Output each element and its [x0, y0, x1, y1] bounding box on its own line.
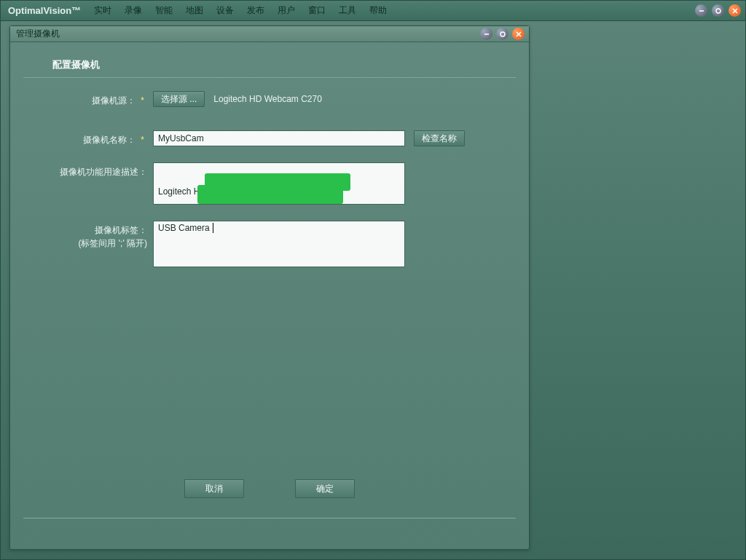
- required-marker: *: [141, 135, 144, 145]
- section-title: 配置摄像机: [23, 48, 516, 78]
- dialog-window-controls: [480, 28, 525, 40]
- menu-user[interactable]: 用户: [278, 4, 295, 17]
- close-icon[interactable]: [729, 4, 741, 17]
- menu-ai[interactable]: 智能: [155, 4, 173, 17]
- dialog-footer: 取消 确定: [10, 479, 529, 498]
- app-window-controls: [695, 4, 741, 17]
- menu-map[interactable]: 地图: [186, 4, 203, 17]
- svg-point-1: [716, 9, 721, 13]
- dialog-close-icon[interactable]: [512, 28, 525, 40]
- redaction-block: [274, 195, 318, 205]
- required-marker: *: [141, 95, 144, 106]
- menu-record[interactable]: 录像: [125, 4, 142, 17]
- menu-device[interactable]: 设备: [216, 4, 234, 17]
- menu-window[interactable]: 窗口: [308, 4, 326, 17]
- svg-point-5: [500, 32, 505, 36]
- source-name: Logitech HD Webcam C270: [213, 94, 322, 104]
- camera-name-input[interactable]: [153, 130, 405, 146]
- main-menu: 实时 录像 智能 地图 设备 发布 用户 窗口 工具 帮助: [94, 4, 695, 17]
- cancel-button[interactable]: 取消: [184, 479, 244, 498]
- label-source: 摄像机源： *: [29, 91, 153, 107]
- menu-help[interactable]: 帮助: [369, 4, 387, 17]
- app-titlebar: OptimalVision™ 实时 录像 智能 地图 设备 发布 用户 窗口 工…: [1, 1, 745, 21]
- check-name-button[interactable]: 检查名称: [414, 130, 465, 146]
- label-tags: 摄像机标签： (标签间用 ';' 隔开): [29, 221, 153, 250]
- menu-realtime[interactable]: 实时: [94, 4, 111, 17]
- camera-desc-textarea[interactable]: Logitech HD Webcam C270 @device:pnp:\\? …: [153, 162, 405, 205]
- tags-value: USB Camera: [158, 223, 210, 233]
- dialog-titlebar: 管理摄像机: [10, 26, 529, 42]
- dialog-minimize-icon[interactable]: [480, 28, 492, 40]
- row-tags: 摄像机标签： (标签间用 ';' 隔开) USB Camera: [10, 221, 529, 267]
- camera-tags-textarea[interactable]: USB Camera: [153, 221, 405, 267]
- redaction-block: [197, 185, 343, 204]
- menu-publish[interactable]: 发布: [247, 4, 264, 17]
- label-tags-hint: (标签间用 ';' 隔开): [29, 237, 147, 250]
- label-desc: 摄像机功能用途描述：: [29, 162, 153, 178]
- select-source-button[interactable]: 选择源 ...: [153, 91, 205, 107]
- minimize-icon[interactable]: [695, 4, 707, 17]
- ok-button[interactable]: 确定: [295, 479, 355, 498]
- footer-divider: [23, 518, 516, 518]
- maximize-icon[interactable]: [712, 4, 724, 17]
- app-title: OptimalVision™: [8, 5, 81, 16]
- label-name: 摄像机名称： *: [29, 130, 153, 146]
- menu-tools[interactable]: 工具: [339, 4, 356, 17]
- row-source: 摄像机源： * 选择源 ... Logitech HD Webcam C270: [10, 91, 529, 107]
- row-desc: 摄像机功能用途描述： Logitech HD Webcam C270 @devi…: [10, 162, 529, 205]
- manage-camera-dialog: 管理摄像机 配置摄像机 摄像机源： * 选择源 ... Logitech HD …: [9, 25, 530, 550]
- row-name: 摄像机名称： * 检查名称: [10, 130, 529, 146]
- dialog-maximize-icon[interactable]: [496, 28, 509, 40]
- dialog-title: 管理摄像机: [16, 28, 60, 40]
